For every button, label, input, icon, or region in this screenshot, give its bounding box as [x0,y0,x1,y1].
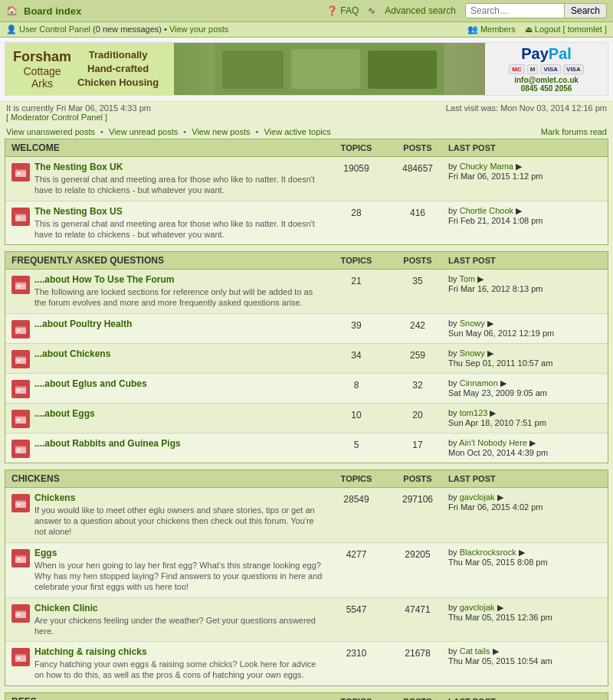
last-post-user-link[interactable]: tom123 [460,408,488,417]
posts-count: 29205 [387,548,448,560]
svg-rect-35 [15,612,26,618]
view-unread-link[interactable]: View unread posts [109,127,178,136]
maestro-icon: M [527,64,539,74]
last-post-date: Thu Mar 05, 2015 8:08 pm [448,558,548,567]
banner-images [174,43,485,95]
forum-name-link[interactable]: Eggs [34,548,57,558]
logout-link[interactable]: ⏏ Logout [ tomomlet ] [525,25,607,34]
last-post: by Cat tails ▶ Thu Mar 05, 2015 10:54 am [448,646,602,666]
posts-count: 416 [387,206,448,218]
forum-info-cell: Eggs When is your hen going to lay her f… [11,548,326,593]
forum-info-cell: ....about How To Use The Forum The follo… [11,274,326,309]
last-post-user-link[interactable]: Ain't Nobody Here [459,438,527,447]
forum-name-link[interactable]: The Nesting Box UK [34,162,123,172]
view-active-link[interactable]: View active topics [264,127,330,136]
svg-rect-1 [222,51,284,89]
forum-row: ....about Rabbits and Guinea Pigs 5 17 b… [5,433,608,463]
folder-icon [11,320,30,339]
svg-rect-21 [18,389,20,391]
forum-info-cell: ...about Poultry Health [11,319,326,339]
last-post: by Chortle Chook ▶ Fri Feb 21, 2014 1:08… [448,206,602,225]
forum-desc: When is your hen going to lay her first … [34,560,326,593]
forum-name-link[interactable]: ....about Eggs [34,408,95,419]
section-title: BEES [11,696,326,700]
last-post-user-link[interactable]: Cat tails [460,646,490,656]
forum-info-cell: The Nesting Box UK This is general chat … [11,162,326,196]
view-last-icon: ▶ [477,274,484,283]
last-post-user-link[interactable]: Snowy [460,319,485,328]
forum-info: Eggs When is your hen going to lay her f… [34,548,326,593]
user-icon: 👤 [6,25,17,34]
advanced-search-link[interactable]: Advanced search [385,5,456,16]
mastercard-icon: MC [509,64,524,74]
col-topics: TOPICS [326,474,387,483]
search-input[interactable] [465,3,565,18]
svg-rect-36 [18,613,20,616]
topics-count: 28549 [326,492,387,505]
members-link[interactable]: 👥 Members [467,25,516,34]
forum-name-link[interactable]: Chicken Clinic [34,603,98,613]
topics-count: 8 [326,378,387,391]
forum-desc: Are your chickens feeling under the weat… [34,615,326,637]
col-last: LAST POST [448,143,602,152]
last-post-user-link[interactable]: Blackrocksrock [460,548,516,557]
view-unanswered-link[interactable]: View unanswered posts [6,127,95,136]
forum-name-link[interactable]: ....about Rabbits and Guinea Pigs [34,438,181,449]
forum-info-cell: ....about Eglus and Cubes [11,378,326,398]
last-post-user-link[interactable]: Chucky Mama [460,162,513,171]
topics-count: 5547 [326,603,387,615]
forum-name-link[interactable]: ...about Poultry Health [34,319,132,329]
last-post-date: Fri Mar 16, 2012 8:13 pm [448,284,543,293]
forum-name-link[interactable]: ...about Chickens [34,348,110,359]
forum-row: ...about Poultry Health 39 242 by Snowy … [5,314,608,344]
posts-count: 242 [387,319,448,331]
last-post-user-link[interactable]: Tom [459,274,475,283]
last-post-user-link[interactable]: Snowy [460,348,485,358]
board-index-link[interactable]: Board index [24,5,81,17]
svg-rect-12 [18,285,20,287]
last-post: by gavclojak ▶ Thu Mar 05, 2015 12:36 pm [448,603,602,622]
forum-info: ...about Chickens [34,348,326,359]
ucp-link[interactable]: User Control Panel [19,25,90,34]
last-post-user-link[interactable]: Chortle Chook [460,206,513,215]
section-header-bees: BEES TOPICS POSTS LAST POST [5,693,608,700]
svg-rect-32 [15,557,26,563]
forum-desc: The following are locked sections for re… [34,286,326,309]
forum-row: The Nesting Box UK This is general chat … [5,157,608,201]
moderator-panel-link[interactable]: [ Moderator Control Panel ] [6,113,107,122]
section-title: CHICKENS [11,473,326,484]
svg-rect-2 [291,49,360,89]
topics-count: 21 [326,274,387,286]
forum-row: ....about Eglus and Cubes 8 32 by Cinnam… [5,374,608,404]
search-button[interactable]: Search [565,3,607,18]
col-topics: TOPICS [326,143,387,152]
view-posts-link[interactable]: View your posts [169,25,228,34]
view-new-link[interactable]: View new posts [192,127,250,136]
svg-rect-29 [15,502,26,508]
forum-name-link[interactable]: ....about Eglus and Cubes [34,378,147,389]
last-post: by gavclojak ▶ Fri Mar 06, 2015 4:02 pm [448,492,602,512]
forum-name-link[interactable]: Chickens [34,492,75,503]
section-faq: FREQUENTLY ASKED QUESTIONS TOPICS POSTS … [5,251,608,463]
last-post-user-link[interactable]: Cinnamon [460,378,498,388]
mark-forums-read-link[interactable]: Mark forums read [541,127,607,136]
faq-link[interactable]: ❓ FAQ [326,5,359,16]
forum-info: ....about Eggs [34,408,326,419]
svg-rect-9 [18,217,20,219]
view-last-icon: ▶ [490,408,496,417]
forum-name-link[interactable]: Hatching & raising chicks [34,646,147,657]
col-topics: TOPICS [326,697,387,700]
forum-info: Hatching & raising chicks Fancy hatching… [34,646,326,681]
forum-row: ...about Chickens 34 259 by Snowy ▶ Thu … [5,344,608,374]
forum-info: ....about How To Use The Forum The follo… [34,274,326,309]
col-posts: POSTS [387,256,448,265]
forum-name-link[interactable]: ....about How To Use The Forum [34,274,174,285]
forum-desc: This is general chat and meeting area fo… [34,174,326,196]
last-post-user-link[interactable]: gavclojak [460,492,495,502]
posts-count: 21678 [387,646,448,659]
section-bees: BEES TOPICS POSTS LAST POST [5,692,608,700]
forum-name-link[interactable]: The Nesting Box US [34,206,123,217]
last-post-user-link[interactable]: gavclojak [460,603,495,612]
forum-info-cell: ....about Rabbits and Guinea Pigs [11,438,326,458]
folder-icon [11,380,30,398]
